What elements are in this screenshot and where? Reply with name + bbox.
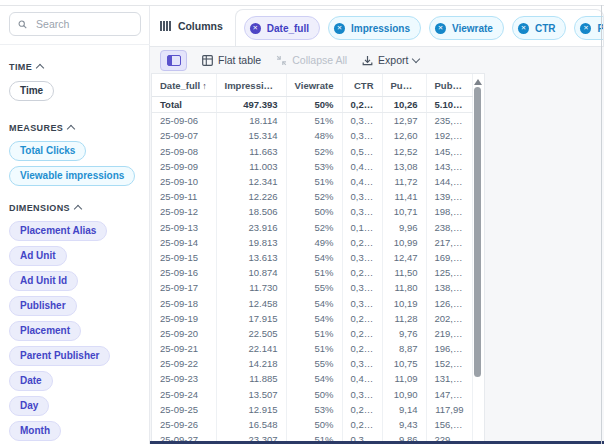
table-row: 25-09-1812.45854%0,35%10,19126,92 [152,295,472,310]
cell: 52% [286,189,342,204]
cell: Total [152,97,216,113]
cell: 0,55% [342,144,382,159]
cell: 152,90 [426,356,472,371]
search-box[interactable] [9,12,141,36]
cell: 23.916 [216,220,286,235]
sidebar-item-placement[interactable]: Placement [9,321,81,341]
cell: 117,99 [426,402,472,417]
table-row: 25-09-2311.88554%0,49%11,09131,81 [152,371,472,386]
cell: 53% [286,159,342,174]
vertical-scrollbar[interactable] [472,76,483,441]
cell: 10,19 [382,295,426,310]
table-row: 25-09-0618.11451%0,38%12,97235,01 [152,113,472,129]
cell: 25-09-16 [152,265,216,280]
column-header-date-full[interactable]: Date_full↑ [152,74,216,97]
cell: 9,96 [382,220,426,235]
columns-toggle[interactable]: Columns [160,6,235,46]
scrollbar-thumb[interactable] [474,87,481,377]
cell: 25-09-13 [152,220,216,235]
cell: 219,69 [426,326,472,341]
search-input[interactable] [34,17,132,31]
cell: 0,30% [342,387,382,402]
section-header-time[interactable]: TIME [9,62,141,72]
cell: 16.548 [216,417,286,432]
chevron-up-icon [74,205,82,213]
column-pill-pubcpm[interactable]: ✕PubCPM [574,16,604,40]
column-header-pubc[interactable]: PubC... [382,74,426,97]
sidebar-item-time[interactable]: Time [9,81,54,101]
column-header-pubrev[interactable]: PubRev [426,74,472,97]
total-row: Total497.39350%0,27%10,265.104,12 [152,97,472,113]
cell: 12.226 [216,189,286,204]
cell: 0,27% [342,97,382,113]
column-pill-ctr[interactable]: ✕CTR [512,16,567,40]
cell: 18.506 [216,204,286,219]
sidebar-item-day[interactable]: Day [9,396,49,416]
column-header-impressions[interactable]: Impressions [216,74,286,97]
flat-table-icon [202,55,213,66]
cell: 9,76 [382,326,426,341]
cell: 0,49% [342,371,382,386]
cell: 0,18% [342,220,382,235]
cell: 51% [286,174,342,189]
toggle-sidebar-button[interactable] [160,50,187,71]
column-pill-date-full[interactable]: ✕Date_full [244,16,320,40]
sidebar-item-total-clicks[interactable]: Total Clicks [9,141,86,161]
cell: 13.613 [216,250,286,265]
remove-icon[interactable]: ✕ [334,23,345,34]
sidebar-item-parent-publisher[interactable]: Parent Publisher [9,346,110,366]
table-row: 25-09-1323.91652%0,18%9,96238,14 [152,220,472,235]
sidebar-section-time: TIMETime [9,62,141,106]
export-button[interactable]: Export [362,54,419,66]
cell: 55% [286,280,342,295]
column-pill-label: Date_full [267,23,309,34]
remove-icon[interactable]: ✕ [435,23,446,34]
remove-icon[interactable]: ✕ [250,23,261,34]
cell: 12.915 [216,402,286,417]
cell: 12,52 [382,144,426,159]
section-header-measures[interactable]: MEASURES [9,123,141,133]
table-row: 25-09-1419.81349%0,27%10,99217,78 [152,235,472,250]
section-header-dimensions[interactable]: DIMENSIONS [9,203,141,213]
cell: 0,35% [342,295,382,310]
column-header-viewrate[interactable]: Viewrate [286,74,342,97]
cell: 0,24% [342,402,382,417]
cell: 49% [286,235,342,250]
sidebar-item-month[interactable]: Month [9,421,61,441]
cell: 25-09-06 [152,113,216,129]
table-row: 25-09-1610.87451%0,27%11,50125,00 [152,265,472,280]
table-row: 25-09-1012.34151%0,44%11,72144,59 [152,174,472,189]
cell: 54% [286,371,342,386]
cell: 11,50 [382,265,426,280]
sidebar: TIMETimeMEASURESTotal ClicksViewable imp… [0,6,150,444]
sidebar-item-placement-alias[interactable]: Placement Alias [9,221,107,241]
scroll-up-arrow-icon[interactable] [474,79,482,85]
columns-label: Columns [178,20,223,32]
cell: 25-09-19 [152,311,216,326]
column-pill-viewrate[interactable]: ✕Viewrate [429,16,504,40]
sidebar-item-date[interactable]: Date [9,371,53,391]
cell: 25-09-24 [152,387,216,402]
table-row: 25-09-2214.21855%0,32%10,75152,90 [152,356,472,371]
cell: 25-09-14 [152,235,216,250]
cell: 25-09-08 [152,144,216,159]
column-header-ctr[interactable]: CTR [342,74,382,97]
sidebar-item-publisher[interactable]: Publisher [9,296,77,316]
remove-icon[interactable]: ✕ [580,23,591,34]
sidebar-item-ad-unit-id[interactable]: Ad Unit Id [9,271,78,291]
cell: 11.885 [216,371,286,386]
cell: 238,14 [426,220,472,235]
cell: 22.141 [216,341,286,356]
sidebar-item-viewable-impressions[interactable]: Viewable impressions [9,166,135,186]
cell: 25-09-25 [152,402,216,417]
cell: 11,80 [382,280,426,295]
column-pills-container: ✕Date_full✕Impressions✕Viewrate✕CTR✕PubC… [235,9,604,46]
flat-table-button[interactable]: Flat table [202,54,261,66]
cell: 19.813 [216,235,286,250]
column-pill-impressions[interactable]: ✕Impressions [328,16,421,40]
cell: 48% [286,128,342,143]
remove-icon[interactable]: ✕ [518,23,529,34]
cell: 217,78 [426,235,472,250]
collapse-all-button[interactable]: Collapse All [276,54,347,66]
sidebar-item-ad-unit[interactable]: Ad Unit [9,246,67,266]
